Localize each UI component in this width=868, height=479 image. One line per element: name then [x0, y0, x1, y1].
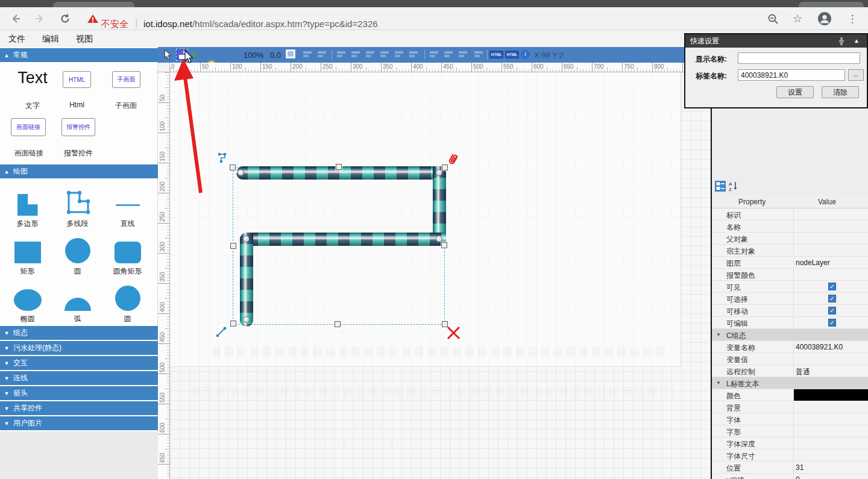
- pipe-joint[interactable]: [436, 236, 442, 242]
- property-row-父对象[interactable]: 父对象: [712, 233, 868, 245]
- property-row-可移动[interactable]: 可移动✓: [712, 305, 868, 317]
- section-header-箭头[interactable]: ▼箭头: [0, 386, 158, 400]
- property-row-字体尺寸[interactable]: 字体尺寸: [712, 449, 868, 462]
- resize-handle-se[interactable]: [442, 321, 448, 327]
- menu-item-编辑[interactable]: 编辑: [34, 30, 68, 45]
- property-row-变量名称[interactable]: 变量名称400038921.K0: [712, 341, 868, 353]
- property-value[interactable]: 400038921.K0: [796, 343, 843, 351]
- section-header-交互[interactable]: ▼交互: [0, 356, 158, 370]
- property-value[interactable]: 0: [796, 475, 800, 479]
- property-value[interactable]: 普通: [796, 367, 810, 377]
- tag-name-input[interactable]: [738, 69, 845, 81]
- pipe-segment[interactable]: [247, 233, 446, 246]
- shape-tool-line[interactable]: 直线: [102, 184, 153, 231]
- html-view-icon[interactable]: HTML: [489, 51, 503, 58]
- browse-tag-button[interactable]: ...: [848, 69, 864, 81]
- section-header-general[interactable]: ▲常规: [0, 48, 158, 62]
- resize-handle-nw[interactable]: [230, 164, 236, 171]
- property-row-名称[interactable]: 名称: [712, 221, 868, 233]
- refresh-icon[interactable]: [58, 11, 72, 26]
- property-checkbox[interactable]: ✓: [828, 283, 836, 290]
- resize-handle-e[interactable]: [441, 242, 447, 248]
- property-row-远程控制[interactable]: 远程控制普通: [712, 365, 868, 377]
- property-value[interactable]: nodeLayer: [796, 258, 830, 267]
- property-section-C组态[interactable]: ▼C组态: [712, 329, 868, 341]
- property-row-变量值[interactable]: 变量值: [712, 353, 868, 365]
- back-icon[interactable]: [8, 11, 23, 26]
- property-row-字体[interactable]: 字体: [712, 413, 868, 425]
- collapse-panel-icon[interactable]: ▲: [854, 34, 860, 48]
- zoom-page-icon[interactable]: [766, 11, 780, 26]
- categorized-view-icon[interactable]: [715, 181, 726, 192]
- forward-icon[interactable]: [33, 11, 47, 26]
- palette-item-subscreen[interactable]: 子画面: [112, 71, 140, 88]
- property-row-可选择[interactable]: 可选择✓: [712, 293, 868, 305]
- menu-item-文件[interactable]: 文件: [0, 30, 34, 45]
- property-section-L标签文本[interactable]: ▼L标签文本: [712, 377, 868, 389]
- property-checkbox[interactable]: ✓: [828, 307, 836, 315]
- shape-tool-rect[interactable]: 矩形: [2, 231, 52, 279]
- resize-handle-n[interactable]: [336, 164, 342, 170]
- section-header-连线[interactable]: ▼连线: [0, 371, 158, 385]
- pipe-joint[interactable]: [243, 236, 250, 242]
- bookmark-star-icon[interactable]: ☆: [790, 11, 805, 26]
- property-row-字体深度[interactable]: 字体深度: [712, 437, 868, 449]
- shape-tool-polyline[interactable]: 多线段: [52, 184, 102, 231]
- palette-item-screenlink[interactable]: 画面链接: [11, 118, 46, 136]
- color-swatch[interactable]: [794, 389, 868, 401]
- property-row-位置[interactable]: 位置31: [712, 462, 868, 474]
- design-canvas[interactable]: [170, 72, 711, 479]
- property-value[interactable]: 31: [796, 463, 804, 472]
- resize-handle-s[interactable]: [335, 321, 341, 327]
- shape-tool-polygon[interactable]: 多边形: [2, 184, 52, 231]
- scale-object-icon[interactable]: [216, 325, 228, 337]
- pipe-segment[interactable]: [240, 233, 253, 327]
- property-row-标识[interactable]: 标识: [712, 208, 868, 221]
- property-row-报警颜色[interactable]: 报警颜色: [712, 269, 868, 281]
- address-bar[interactable]: iot.idosp.net/html/scada/editor.aspx.htm…: [143, 19, 378, 29]
- clear-button[interactable]: 清除: [822, 86, 859, 98]
- shape-tool-arc[interactable]: 弧: [52, 279, 102, 327]
- save-tool-icon[interactable]: [177, 49, 187, 60]
- resize-handle-sw[interactable]: [230, 321, 236, 327]
- display-name-input[interactable]: [738, 52, 860, 64]
- edit-vertices-icon[interactable]: [217, 152, 229, 164]
- sort-az-icon[interactable]: A Z: [728, 181, 739, 192]
- property-row-可见[interactable]: 可见✓: [712, 281, 868, 293]
- pipe-joint[interactable]: [237, 169, 244, 176]
- property-checkbox[interactable]: ✓: [828, 295, 836, 302]
- palette-item-text[interactable]: Text: [11, 69, 54, 87]
- section-header-用户图片[interactable]: ▼用户图片: [0, 416, 158, 430]
- resize-handle-w[interactable]: [230, 243, 236, 249]
- property-row-y偏移[interactable]: y偏移0: [712, 474, 868, 479]
- property-checkbox[interactable]: ✓: [828, 319, 836, 327]
- quick-settings-titlebar[interactable]: 快速设置 ╬ ▲: [685, 34, 867, 48]
- property-row-字形[interactable]: 字形: [712, 425, 868, 437]
- resize-handle-ne[interactable]: [442, 164, 448, 171]
- palette-item-alarm[interactable]: 报警控件: [61, 118, 95, 136]
- run-tool-icon[interactable]: [193, 52, 197, 58]
- browser-tab[interactable]: [53, 2, 134, 7]
- section-header-draw[interactable]: ▲绘图: [0, 164, 158, 178]
- browser-tab[interactable]: [799, 2, 864, 7]
- property-row-图层[interactable]: 图层nodeLayer: [712, 257, 868, 269]
- dock-panel-icon[interactable]: ╬: [839, 34, 844, 48]
- browser-menu-icon[interactable]: ⋮: [845, 11, 860, 26]
- property-row-宿主对象[interactable]: 宿主对象: [712, 245, 868, 257]
- property-row-背景[interactable]: 背景: [712, 401, 868, 413]
- section-header-污水处理(静态)[interactable]: ▼污水处理(静态): [0, 341, 158, 355]
- section-header-组态[interactable]: ▼组态: [0, 326, 158, 340]
- pointer-tool-icon[interactable]: [163, 49, 172, 63]
- section-header-共享控件[interactable]: ▼共享控件: [0, 401, 158, 415]
- palette-item-html[interactable]: HTML: [63, 71, 91, 88]
- canvas-settings-icon[interactable]: [286, 49, 295, 58]
- info-icon[interactable]: i: [521, 50, 530, 59]
- shape-tool-rrect[interactable]: 圆角矩形: [102, 231, 153, 279]
- pipe-joint[interactable]: [243, 316, 250, 323]
- set-button[interactable]: 设置: [776, 86, 814, 98]
- profile-avatar-icon[interactable]: [817, 11, 832, 26]
- property-row-可编辑[interactable]: 可编辑✓: [712, 317, 868, 329]
- property-row-颜色[interactable]: 颜色: [712, 389, 868, 401]
- shape-tool-ellipse[interactable]: 椭圆: [2, 279, 52, 327]
- menu-item-视图[interactable]: 视图: [68, 30, 101, 45]
